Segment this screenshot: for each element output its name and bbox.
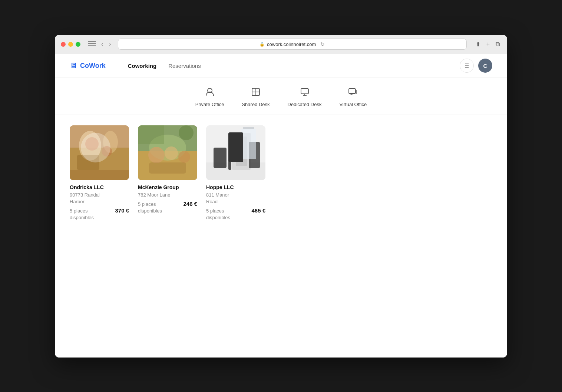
listing-image-mckenzie bbox=[138, 125, 197, 180]
svg-rect-14 bbox=[77, 155, 99, 170]
svg-point-15 bbox=[85, 137, 99, 151]
tab-private-office[interactable]: Private Office bbox=[195, 87, 224, 107]
listing-image-hoppe bbox=[206, 125, 265, 180]
svg-point-22 bbox=[165, 146, 178, 160]
nav-link-coworking[interactable]: Coworking bbox=[128, 63, 157, 69]
share-button[interactable]: ⬆ bbox=[474, 39, 482, 49]
traffic-lights bbox=[61, 42, 80, 47]
svg-rect-4 bbox=[301, 89, 308, 94]
svg-point-21 bbox=[148, 147, 165, 163]
close-button[interactable] bbox=[61, 42, 66, 47]
shared-desk-icon bbox=[251, 87, 261, 99]
tabs-button[interactable]: ⧉ bbox=[494, 39, 501, 49]
listing-address-mckenzie: 782 Moor Lane bbox=[138, 192, 197, 198]
category-tabs: Private Office Shared Desk bbox=[55, 78, 507, 115]
virtual-office-label: Virtual Office bbox=[339, 102, 367, 107]
nav-links: Coworking Reservations bbox=[128, 63, 201, 69]
listing-places-hoppe: 5 placesdisponibles bbox=[206, 208, 248, 221]
svg-rect-31 bbox=[214, 148, 227, 168]
maximize-button[interactable] bbox=[76, 42, 80, 47]
dedicated-desk-icon bbox=[300, 87, 310, 99]
listing-card-hoppe[interactable]: Hoppe LLC 811 ManorRoad 5 placesdisponib… bbox=[206, 125, 265, 221]
listings-section: Ondricka LLC 90773 RandalHarbor 5 places… bbox=[55, 115, 507, 232]
svg-point-26 bbox=[179, 125, 194, 140]
back-button[interactable]: ‹ bbox=[99, 39, 105, 49]
listing-places-ondricka: 5 placesdisponibles bbox=[70, 208, 112, 221]
listing-price-ondricka: 370 € bbox=[115, 207, 129, 214]
navbar-right: ☰ C bbox=[460, 59, 492, 73]
logo-text: CoWork bbox=[80, 62, 106, 70]
forward-button[interactable]: › bbox=[107, 39, 113, 49]
listing-footer-mckenzie: 5 placesdisponibles 246 € bbox=[138, 201, 197, 214]
listing-name-ondricka: Ondricka LLC bbox=[70, 184, 129, 191]
listing-footer-ondricka: 5 placesdisponibles 370 € bbox=[70, 207, 129, 221]
svg-rect-34 bbox=[241, 129, 256, 159]
url-text: cowork.colinnoiret.com bbox=[267, 42, 316, 47]
svg-rect-25 bbox=[138, 125, 164, 144]
listing-price-mckenzie: 246 € bbox=[183, 201, 197, 207]
nav-link-reservations[interactable]: Reservations bbox=[168, 63, 201, 69]
svg-rect-24 bbox=[149, 162, 186, 174]
menu-button[interactable]: ☰ bbox=[460, 59, 474, 73]
tab-dedicated-desk[interactable]: Dedicated Desk bbox=[288, 87, 322, 107]
listing-card-ondricka[interactable]: Ondricka LLC 90773 RandalHarbor 5 places… bbox=[70, 125, 129, 221]
tab-shared-desk[interactable]: Shared Desk bbox=[242, 87, 270, 107]
virtual-office-icon bbox=[348, 87, 358, 99]
logo[interactable]: 🖥 CoWork bbox=[70, 62, 106, 70]
lock-icon: 🔒 bbox=[259, 42, 265, 47]
hamburger-icon: ☰ bbox=[465, 63, 469, 69]
svg-point-16 bbox=[102, 146, 112, 157]
svg-point-23 bbox=[178, 151, 190, 163]
listing-name-mckenzie: McKenzie Group bbox=[138, 184, 197, 191]
refresh-button[interactable]: ↻ bbox=[320, 41, 325, 47]
svg-rect-7 bbox=[349, 89, 356, 93]
svg-rect-32 bbox=[228, 144, 231, 170]
listing-places-mckenzie: 5 placesdisponibles bbox=[138, 201, 180, 214]
browser-actions: ⬆ + ⧉ bbox=[474, 39, 501, 49]
listing-price-hoppe: 465 € bbox=[251, 207, 265, 214]
avatar-initial: C bbox=[483, 63, 487, 69]
new-tab-button[interactable]: + bbox=[485, 39, 491, 49]
listings-grid: Ondricka LLC 90773 RandalHarbor 5 places… bbox=[70, 125, 492, 221]
listing-name-hoppe: Hoppe LLC bbox=[206, 184, 265, 191]
logo-icon: 🖥 bbox=[70, 62, 77, 70]
navbar: 🖥 CoWork Coworking Reservations ☰ C bbox=[55, 54, 507, 78]
private-office-label: Private Office bbox=[195, 102, 224, 107]
minimize-button[interactable] bbox=[68, 42, 73, 47]
browser-chrome: ‹ › 🔒 cowork.colinnoiret.com ↻ ⬆ + ⧉ bbox=[55, 35, 507, 54]
listing-footer-hoppe: 5 placesdisponibles 465 € bbox=[206, 207, 265, 221]
browser-window: ‹ › 🔒 cowork.colinnoiret.com ↻ ⬆ + ⧉ 🖥 C… bbox=[55, 35, 507, 358]
browser-controls: ‹ › bbox=[88, 39, 113, 49]
listing-address-hoppe: 811 ManorRoad bbox=[206, 192, 265, 205]
dedicated-desk-label: Dedicated Desk bbox=[288, 102, 322, 107]
page-content: 🖥 CoWork Coworking Reservations ☰ C bbox=[55, 54, 507, 358]
tab-virtual-office[interactable]: Virtual Office bbox=[339, 87, 367, 107]
avatar[interactable]: C bbox=[478, 59, 492, 73]
svg-rect-17 bbox=[70, 170, 129, 180]
listing-card-mckenzie[interactable]: McKenzie Group 782 Moor Lane 5 placesdis… bbox=[138, 125, 197, 221]
shared-desk-label: Shared Desk bbox=[242, 102, 270, 107]
listing-image-ondricka bbox=[70, 125, 129, 180]
address-bar[interactable]: 🔒 cowork.colinnoiret.com ↻ bbox=[118, 39, 467, 50]
private-office-icon bbox=[205, 87, 215, 99]
listing-address-ondricka: 90773 RandalHarbor bbox=[70, 192, 129, 205]
svg-rect-35 bbox=[243, 127, 254, 129]
sidebar-toggle-button[interactable] bbox=[88, 41, 96, 47]
